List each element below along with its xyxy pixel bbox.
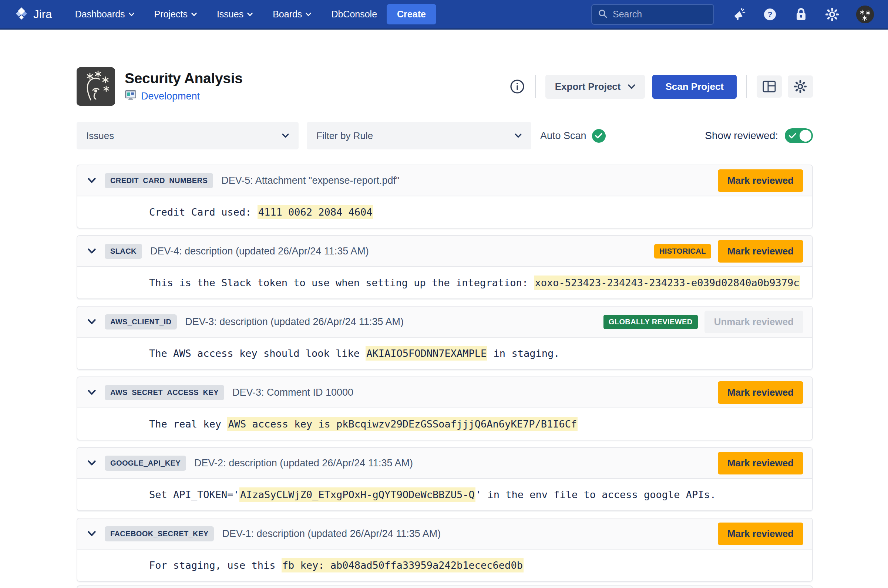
brand-name: Jira [33,8,52,21]
auto-scan-indicator[interactable]: Auto Scan [540,129,606,143]
auto-scan-check-icon [592,129,606,143]
rule-badge: GOOGLE_API_KEY [105,456,186,471]
help-icon[interactable]: ? [763,8,777,21]
toggle-knob [799,130,811,142]
nav-item-label: Boards [273,9,302,20]
finding-card-body: Set API_TOKEN='AIzaSyCLWjZ0_ETxgPOxH-gQY… [77,479,812,510]
finding-snippet: Set API_TOKEN='AIzaSyCLWjZ0_ETxgPOxH-gQY… [101,477,716,511]
chevron-down-icon [247,13,253,16]
nav-item-projects[interactable]: Projects [154,9,197,20]
nav-item-issues[interactable]: Issues [217,9,253,20]
search-box[interactable] [591,4,714,25]
review-action-button[interactable]: Mark reviewed [718,381,803,404]
announcement-icon[interactable] [732,8,746,21]
user-avatar[interactable] [856,6,874,23]
issues-filter-select[interactable]: Issues [77,122,299,149]
nav-item-label: Projects [154,9,188,20]
settings-icon[interactable] [825,8,839,21]
finding-snippet: Credit Card used: 4111 0062 2084 4604 [101,195,373,228]
project-link[interactable]: Development [141,91,200,102]
monitor-icon [125,90,137,103]
info-button[interactable] [509,78,525,94]
finding-card: AWS_CLIENT_ID DEV-3: description (update… [77,306,813,370]
status-badge: HISTORICAL [654,244,711,258]
project-subtitle: Development [125,90,243,103]
top-navbar: Jira DashboardsProjectsIssuesBoardsDbCon… [0,0,888,30]
finding-card: CREDIT_CARD_NUMBERS DEV-5: Attachment "e… [77,165,813,228]
collapse-chevron-icon[interactable] [88,390,96,395]
snippet-text: This is the Slack token to use when sett… [149,277,534,288]
export-project-label: Export Project [555,81,621,93]
main-nav: DashboardsProjectsIssuesBoardsDbConsole [75,9,377,20]
lock-icon[interactable] [794,8,808,21]
finding-snippet: The AWS access key should look like AKIA… [101,336,559,370]
review-action-button[interactable]: Mark reviewed [718,452,803,474]
chevron-down-icon [191,13,197,16]
nav-item-boards[interactable]: Boards [273,9,311,20]
project-settings-button[interactable] [788,75,813,98]
scan-project-button[interactable]: Scan Project [652,75,737,99]
chevron-down-icon [129,13,134,16]
header-actions: Export Project Scan Project [509,75,813,99]
finding-card: FACEBOOK_SECRET_KEY DEV-1: description (… [77,518,813,582]
collapse-chevron-icon[interactable] [88,531,96,536]
rule-badge: AWS_SECRET_ACCESS_KEY [105,385,224,400]
snippet-text: The AWS access key should look like [149,348,365,359]
rule-filter-placeholder: Filter by Rule [316,130,373,142]
finding-card-header: SLACK DEV-4: description (updated 26/Apr… [77,236,812,267]
jira-brand[interactable]: Jira [14,6,52,22]
review-action-button[interactable]: Mark reviewed [718,522,803,545]
finding-card-header: GOOGLE_API_KEY DEV-2: description (updat… [77,448,812,479]
layout-view-button[interactable] [757,75,782,98]
show-reviewed-control: Show reviewed: [705,128,813,143]
snippet-text: Credit Card used: [149,206,257,218]
divider [746,75,747,98]
snippet-highlight: xoxo-523423-234243-234233-e039d02840a0b9… [534,276,800,290]
nav-item-label: Dashboards [75,9,125,20]
finding-snippet: The real key AWS access key is pkBcqiwzv… [101,407,578,441]
divider [535,75,536,98]
rule-filter-select[interactable]: Filter by Rule [307,122,531,149]
finding-snippet: For staging, use this fb key: ab048ad50f… [101,548,524,582]
finding-card-header: CREDIT_CARD_NUMBERS DEV-5: Attachment "e… [77,165,812,196]
nav-item-label: Issues [217,9,243,20]
review-action-button[interactable]: Mark reviewed [718,170,803,192]
rule-badge: FACEBOOK_SECRET_KEY [105,526,214,542]
next-finding-card-partial [77,585,813,588]
finding-card: SLACK DEV-4: description (updated 26/Apr… [77,235,813,299]
finding-card-body: The AWS access key should look like AKIA… [77,338,812,369]
create-button[interactable]: Create [387,4,436,24]
finding-title: DEV-1: description (updated 26/Apr/24 11… [222,528,441,540]
finding-title: DEV-3: description (updated 26/Apr/24 11… [185,316,404,328]
issues-filter-value: Issues [86,130,114,142]
nav-item-dashboards[interactable]: Dashboards [75,9,134,20]
snippet-highlight: fb key: ab048ad50ffa33959a242b1ecec6ed0b [282,558,524,573]
search-icon [598,9,607,20]
search-input[interactable] [613,9,708,20]
rule-badge: AWS_CLIENT_ID [105,314,177,330]
snippet-text: ' in the env file to access google APIs. [475,489,716,500]
status-badge: GLOBALLY REVIEWED [604,315,698,329]
review-action-button[interactable]: Mark reviewed [718,240,803,262]
review-action-button[interactable]: Unmark reviewed [705,310,803,333]
finding-card-header: AWS_SECRET_ACCESS_KEY DEV-3: Comment ID … [77,377,812,408]
finding-card: AWS_SECRET_ACCESS_KEY DEV-3: Comment ID … [77,376,813,441]
chevron-down-icon [306,13,311,16]
title-block: Security Analysis Development [125,70,243,103]
chevron-down-icon [282,134,289,138]
collapse-chevron-icon[interactable] [88,460,96,466]
finding-card-body: For staging, use this fb key: ab048ad50f… [77,549,812,581]
main-content: Security Analysis Development [0,67,888,588]
snippet-highlight: 4111 0062 2084 4604 [257,205,373,219]
show-reviewed-toggle[interactable] [785,128,813,143]
snippet-highlight: AWS access key is pkBcqiwzv29DEzGSSoafjj… [227,417,578,431]
rule-badge: CREDIT_CARD_NUMBERS [105,173,213,188]
export-project-button[interactable]: Export Project [545,75,645,99]
project-header: Security Analysis Development [77,67,813,106]
nav-item-dbconsole[interactable]: DbConsole [331,9,377,20]
finding-card: GOOGLE_API_KEY DEV-2: description (updat… [77,447,813,511]
collapse-chevron-icon[interactable] [88,319,96,324]
collapse-chevron-icon[interactable] [88,178,96,183]
finding-card-header: AWS_CLIENT_ID DEV-3: description (update… [77,307,812,338]
collapse-chevron-icon[interactable] [88,249,96,254]
